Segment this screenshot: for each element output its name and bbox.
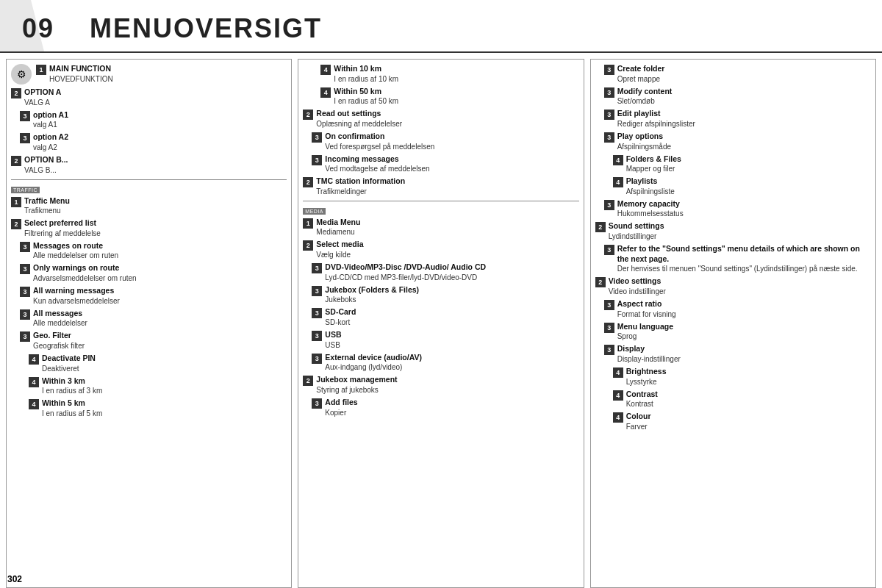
level-badge: 2	[303, 110, 313, 120]
list-item: 2 Video settings Video indstillinger	[595, 276, 871, 296]
list-item: 4 Within 10 km I en radius af 10 km	[320, 64, 578, 84]
list-item: 3 USB USB	[312, 330, 578, 350]
list-item: 3 Edit playlist Rediger afspilningsliste…	[604, 109, 871, 129]
item-text: Media Menu Mediamenu	[316, 218, 360, 237]
list-item: 2 OPTION B... VALG B...	[11, 155, 287, 175]
traffic-badge-container: TRAFFIC	[11, 184, 287, 193]
item-text: Within 5 km I en radius af 5 km	[42, 398, 102, 418]
level-badge: 4	[29, 377, 39, 387]
list-item: 2 Select media Vælg kilde	[303, 240, 578, 259]
item-text: Menu language Sprog	[617, 322, 673, 342]
level-badge: 4	[613, 412, 623, 423]
level-badge: 4	[613, 368, 623, 378]
section-divider	[303, 201, 578, 201]
item-text: Within 50 km I en radius af 50 km	[334, 87, 398, 107]
item-text: Traffic Menu Trafikmenu	[24, 196, 70, 216]
item-text: Colour Farver	[626, 412, 651, 431]
level-badge: 3	[20, 309, 30, 320]
page-wrapper: 09 MENUOVERSIGT ⚙ 1 MAIN FUNCTION HOVEDF…	[0, 0, 882, 588]
list-item: 4 Within 3 km I en radius af 3 km	[29, 376, 287, 396]
level-badge: 3	[604, 200, 614, 210]
list-item: 2 Select preferred list Filtrering af me…	[11, 218, 287, 238]
list-item: 4 Folders & Files Mapper og filer	[613, 154, 871, 174]
item-text: MAIN FUNCTION HOVEDFUNKTION	[49, 64, 113, 84]
level-badge: 2	[11, 219, 21, 229]
level-badge: 3	[604, 345, 614, 355]
item-text: Display Display-indstillinger	[617, 344, 681, 364]
item-text: Aspect ratio Format for visning	[617, 299, 676, 319]
item-text: Video settings Video indstillinger	[609, 276, 666, 296]
item-text: Select preferred list Filtrering af medd…	[24, 218, 101, 238]
level-badge: 3	[20, 287, 30, 297]
item-text: Sound settings Lydindstillinger	[609, 221, 664, 241]
list-item: 3 External device (audio/AV) Aux-indgang…	[312, 353, 578, 373]
item-text: Only warnings on route Advarselsmeddelel…	[33, 263, 137, 283]
list-item: 4 Within 50 km I en radius af 50 km	[320, 87, 578, 107]
level-badge: 3	[604, 65, 614, 75]
item-text: All messages Alle meddelelser	[33, 309, 87, 329]
list-item: 3 Play options Afspilningsmåde	[604, 132, 871, 151]
level-badge: 3	[312, 308, 322, 318]
level-badge: 1	[303, 218, 313, 229]
item-text: External device (audio/AV) Aux-indgang (…	[325, 353, 422, 373]
item-text: All warning messages Kun advarselsmeddel…	[33, 286, 120, 306]
level-badge: 3	[604, 245, 614, 255]
item-text: OPTION A VALG A	[24, 87, 61, 107]
list-item: ⚙ 1 MAIN FUNCTION HOVEDFUNKTION	[11, 64, 287, 85]
item-text: option A1 valg A1	[33, 110, 68, 130]
level-badge: 2	[303, 177, 313, 187]
list-item: 4 Brightness Lysstyrke	[613, 367, 871, 387]
level-badge: 2	[303, 376, 313, 386]
item-text: DVD-Video/MP3-Disc /DVD-Audio/ Audio CD …	[325, 262, 486, 282]
column-2: 4 Within 10 km I en radius af 10 km 4 Wi…	[298, 59, 584, 588]
item-text: Refer to the "Sound settings" menu detai…	[617, 244, 871, 273]
level-badge: 3	[312, 263, 322, 273]
list-item: 3 Incoming messages Ved modtagelse af me…	[312, 154, 578, 174]
list-item: 2 Sound settings Lydindstillinger	[595, 221, 871, 241]
item-text: option A2 valg A2	[33, 132, 68, 152]
section-divider	[11, 179, 287, 180]
item-text: On confirmation Ved forespørgsel på medd…	[325, 132, 434, 151]
item-text: Within 3 km I en radius af 3 km	[42, 376, 102, 396]
level-badge: 1	[11, 197, 21, 207]
list-item: 1 Media Menu Mediamenu	[303, 218, 578, 237]
list-item: 3 Aspect ratio Format for visning	[604, 299, 871, 319]
level-badge: 3	[604, 110, 614, 120]
item-text: Geo. Filter Geografisk filter	[33, 331, 85, 351]
list-item: 2 OPTION A VALG A	[11, 87, 287, 107]
item-text: Modify content Slet/omdøb	[617, 87, 673, 107]
level-badge: 4	[320, 65, 331, 75]
list-item: 3 Geo. Filter Geografisk filter	[20, 331, 287, 351]
item-text: Add files Kopier	[325, 398, 357, 417]
list-item: 3 All warning messages Kun advarselsmedd…	[20, 286, 287, 306]
list-item: 4 Within 5 km I en radius af 5 km	[29, 398, 287, 418]
level-badge: 3	[604, 323, 614, 333]
list-item: 3 All messages Alle meddelelser	[20, 309, 287, 329]
level-badge: 3	[604, 300, 614, 310]
item-text: Create folder Opret mappe	[617, 64, 665, 84]
list-item: 2 Jukebox management Styring af jukeboks	[303, 375, 578, 395]
level-badge: 3	[312, 354, 322, 364]
item-text: Brightness Lysstyrke	[626, 367, 667, 387]
list-item: 3 option A2 valg A2	[20, 132, 287, 152]
list-item: 3 Refer to the "Sound settings" menu det…	[604, 244, 871, 273]
list-item: 2 TMC station information Trafikmeldinge…	[303, 176, 578, 196]
list-item: 2 Read out settings Oplæsning af meddele…	[303, 109, 578, 129]
level-badge: 4	[613, 390, 623, 401]
list-item: 1 Traffic Menu Trafikmenu	[11, 196, 287, 216]
chapter-title: MENUOVERSIGT	[90, 13, 322, 43]
level-badge: 3	[20, 331, 30, 342]
level-badge: 3	[312, 331, 322, 341]
list-item: 3 Create folder Opret mappe	[604, 64, 871, 84]
list-item: 4 Contrast Kontrast	[613, 390, 871, 409]
level-badge: 3	[20, 133, 30, 143]
level-badge: 3	[20, 264, 30, 274]
item-text: Play options Afspilningsmåde	[617, 132, 671, 151]
level-badge: 2	[303, 240, 313, 251]
item-text: Contrast Kontrast	[626, 390, 658, 409]
item-text: Edit playlist Rediger afspilningslister	[617, 109, 695, 129]
list-item: 3 Memory capacity Hukommelsesstatus	[604, 199, 871, 219]
media-badge-container: MEDIA	[303, 206, 578, 215]
gear-icon: ⚙	[11, 64, 32, 85]
item-text: Folders & Files Mapper og filer	[626, 154, 681, 174]
